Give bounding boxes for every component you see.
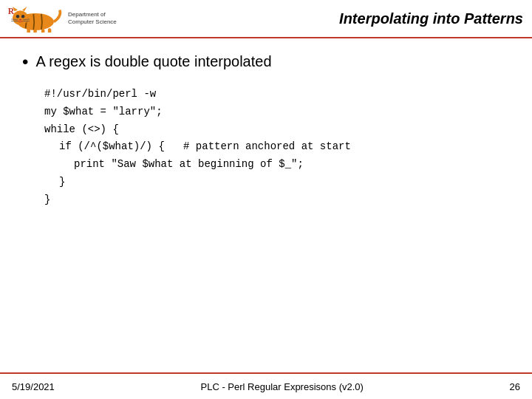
svg-rect-11 [27,28,30,33]
footer: 5/19/2021 PLC - Perl Regular Expresisons… [0,372,532,399]
svg-point-6 [19,19,22,21]
logo-area: R Department of Computer Science [6,4,117,33]
dept-text: Department of Computer Science [68,11,117,27]
code-comment: # pattern anchored at start [183,140,351,152]
svg-point-5 [21,15,24,18]
code-line-2: my $what = "larry"; [44,103,510,121]
code-block: #!/usr/bin/perl -w my $what = "larry"; w… [44,86,510,209]
code-line-5: print "Saw $what at beginning of $_"; [44,156,510,174]
main-content: • A regex is double quote interpolated #… [0,38,532,216]
footer-date: 5/19/2021 [12,381,55,392]
header-title: Interpolating into Patterns [339,10,523,27]
bullet-section: • A regex is double quote interpolated [22,53,510,72]
svg-rect-14 [48,28,51,33]
bullet-text: A regex is double quote interpolated [35,53,271,70]
svg-rect-13 [41,29,44,33]
footer-page: 26 [510,381,520,392]
tiger-logo: R [6,4,65,33]
svg-text:R: R [8,7,15,16]
footer-center-text: PLC - Perl Regular Expresisons (v2.0) [201,381,364,392]
bullet-icon: • [22,52,28,72]
svg-marker-3 [22,7,27,11]
code-line-3: while (<>) { [44,121,510,139]
svg-point-4 [16,15,19,18]
code-line-7: } [44,191,510,209]
code-line-1: #!/usr/bin/perl -w [44,86,510,103]
header: R Department of Computer Science Interpo… [0,0,532,38]
svg-point-1 [13,10,28,25]
code-line-6: } [44,174,510,191]
code-line-4: if (/^($what)/) { # pattern anchored at … [44,138,510,156]
svg-rect-12 [33,29,36,33]
